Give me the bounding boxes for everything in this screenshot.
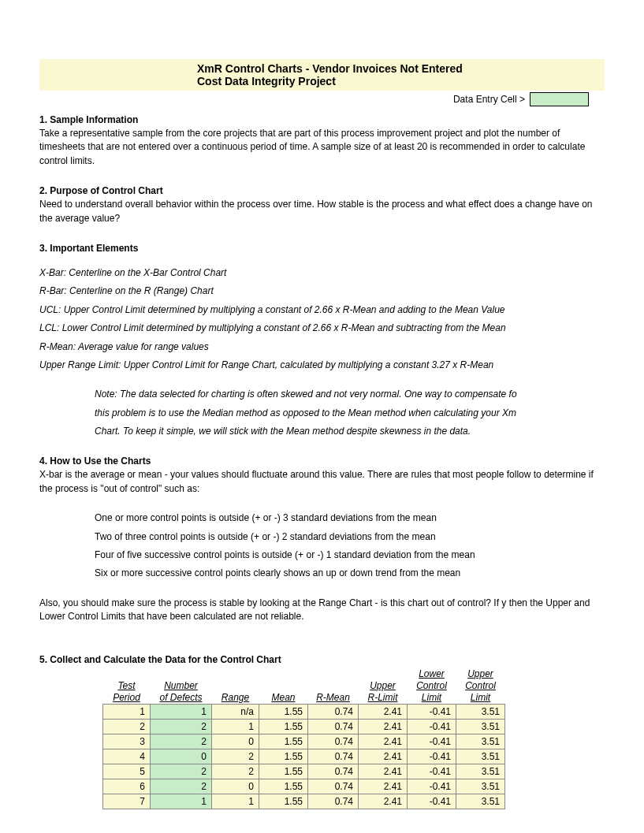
section-3-line-4: LCL: Lower Control Limit determined by m… xyxy=(39,322,605,335)
table-cell: 2 xyxy=(212,749,259,764)
table-cell: 2.41 xyxy=(359,779,408,794)
table-cell: 2.41 xyxy=(359,734,408,749)
table-cell: 3.51 xyxy=(456,764,505,779)
table-cell: 1 xyxy=(212,719,259,734)
section-4-rule-3: Four of five successive control points i… xyxy=(95,549,605,562)
table-cell: 2.41 xyxy=(359,719,408,734)
table-cell: 0.74 xyxy=(308,779,359,794)
section-3-note-2: this problem is to use the Median method… xyxy=(95,407,605,420)
data-entry-cell[interactable]: 0 xyxy=(151,749,212,764)
table-row: 5221.550.742.41-0.413.51 xyxy=(103,764,505,779)
table-cell: -0.41 xyxy=(408,719,456,734)
legend-row: Data Entry Cell > xyxy=(39,92,605,106)
table-cell: 1.55 xyxy=(259,704,308,719)
table-cell: 3.51 xyxy=(456,734,505,749)
section-4-title: 4. How to Use the Charts xyxy=(39,456,605,467)
table-cell: -0.41 xyxy=(408,764,456,779)
section-4-body-1: X-bar is the average or mean - your valu… xyxy=(39,468,605,496)
col-header-rmean: R-Mean xyxy=(308,668,359,705)
page-title: XmR Control Charts - Vendor Invoices Not… xyxy=(39,62,605,75)
table-cell: -0.41 xyxy=(408,779,456,794)
col-header-ucl: UpperControlLimit xyxy=(456,668,505,705)
section-3-line-5: R-Mean: Average value for range values xyxy=(39,340,605,354)
data-entry-cell[interactable]: 1 xyxy=(151,704,212,719)
table-cell: 3.51 xyxy=(456,749,505,764)
header-band: XmR Control Charts - Vendor Invoices Not… xyxy=(39,59,605,91)
col-header-range: Range xyxy=(212,668,259,705)
col-header-lcl: LowerControlLimit xyxy=(408,668,456,705)
section-4-rule-1: One or more control points is outside (+… xyxy=(95,511,605,525)
table-cell: 2 xyxy=(103,719,151,734)
table-cell: 0 xyxy=(212,734,259,749)
table-cell: 0.74 xyxy=(308,794,359,809)
table-row: 2211.550.742.41-0.413.51 xyxy=(103,719,505,734)
section-3-line-3: UCL: Upper Control Limit determined by m… xyxy=(39,303,605,317)
table-cell: 2.41 xyxy=(359,764,408,779)
control-chart-table: TestPeriod Numberof Defects Range Mean R… xyxy=(102,668,505,809)
table-cell: 2.41 xyxy=(359,794,408,809)
table-cell: 0.74 xyxy=(308,704,359,719)
table-cell: 1 xyxy=(103,704,151,719)
section-4-body-2: Also, you should make sure the process i… xyxy=(39,597,605,624)
table-cell: 0.74 xyxy=(308,734,359,749)
table-cell: -0.41 xyxy=(408,749,456,764)
section-3-note-3: Chart. To keep it simple, we will stick … xyxy=(95,425,605,438)
table-cell: 3.51 xyxy=(456,779,505,794)
section-2-body: Need to understand overall behavior with… xyxy=(39,198,605,225)
section-3-line-1: X-Bar: Centerline on the X-Bar Control C… xyxy=(39,266,605,280)
table-cell: 4 xyxy=(103,749,151,764)
section-4-rule-2: Two of three control points is outside (… xyxy=(95,530,605,544)
table-row: 11n/a1.550.742.41-0.413.51 xyxy=(103,704,505,719)
col-header-urlimit: UpperR-Limit xyxy=(359,668,408,705)
section-3-line-6: Upper Range Limit: Upper Control Limit f… xyxy=(39,359,605,372)
table-cell: -0.41 xyxy=(408,794,456,809)
table-cell: 3.51 xyxy=(456,719,505,734)
table-cell: 3 xyxy=(103,734,151,749)
table-cell: 1.55 xyxy=(259,734,308,749)
table-cell: 3.51 xyxy=(456,794,505,809)
table-cell: -0.41 xyxy=(408,734,456,749)
section-4-rule-4: Six or more successive control points cl… xyxy=(95,567,605,580)
section-2-title: 2. Purpose of Control Chart xyxy=(39,185,605,196)
table-cell: 0.74 xyxy=(308,764,359,779)
table-cell: 0 xyxy=(212,779,259,794)
col-header-defects: Numberof Defects xyxy=(151,668,212,705)
table-cell: 1.55 xyxy=(259,749,308,764)
table-cell: 1.55 xyxy=(259,764,308,779)
section-1-title: 1. Sample Information xyxy=(39,114,605,125)
table-header-row: TestPeriod Numberof Defects Range Mean R… xyxy=(103,668,505,705)
data-entry-cell[interactable]: 2 xyxy=(151,734,212,749)
table-cell: n/a xyxy=(212,704,259,719)
legend-label: Data Entry Cell > xyxy=(453,94,525,105)
section-3-note-1: Note: The data selected for charting is … xyxy=(95,388,605,401)
data-entry-cell[interactable]: 2 xyxy=(151,719,212,734)
col-header-mean: Mean xyxy=(259,668,308,705)
section-3-line-2: R-Bar: Centerline on the R (Range) Chart xyxy=(39,284,605,298)
table-row: 4021.550.742.41-0.413.51 xyxy=(103,749,505,764)
table-cell: 1.55 xyxy=(259,779,308,794)
table-cell: 2.41 xyxy=(359,749,408,764)
table-row: 7111.550.742.41-0.413.51 xyxy=(103,794,505,809)
table-cell: 3.51 xyxy=(456,704,505,719)
table-cell: -0.41 xyxy=(408,704,456,719)
table-cell: 0.74 xyxy=(308,749,359,764)
section-3-title: 3. Important Elements xyxy=(39,243,605,254)
table-cell: 0.74 xyxy=(308,719,359,734)
table-cell: 2 xyxy=(212,764,259,779)
section-5-title: 5. Collect and Calculate the Data for th… xyxy=(39,654,605,665)
data-entry-cell[interactable]: 2 xyxy=(151,764,212,779)
data-entry-cell-swatch xyxy=(530,92,589,106)
table-cell: 6 xyxy=(103,779,151,794)
table-cell: 2.41 xyxy=(359,704,408,719)
data-entry-cell[interactable]: 1 xyxy=(151,794,212,809)
table-cell: 1.55 xyxy=(259,719,308,734)
table-cell: 1.55 xyxy=(259,794,308,809)
table-row: 6201.550.742.41-0.413.51 xyxy=(103,779,505,794)
table-cell: 1 xyxy=(212,794,259,809)
data-entry-cell[interactable]: 2 xyxy=(151,779,212,794)
section-1-body: Take a representative sample from the co… xyxy=(39,127,605,168)
table-row: 3201.550.742.41-0.413.51 xyxy=(103,734,505,749)
col-header-period: TestPeriod xyxy=(103,668,151,705)
table-cell: 5 xyxy=(103,764,151,779)
page-subtitle: Cost Data Integrity Project xyxy=(39,75,605,87)
